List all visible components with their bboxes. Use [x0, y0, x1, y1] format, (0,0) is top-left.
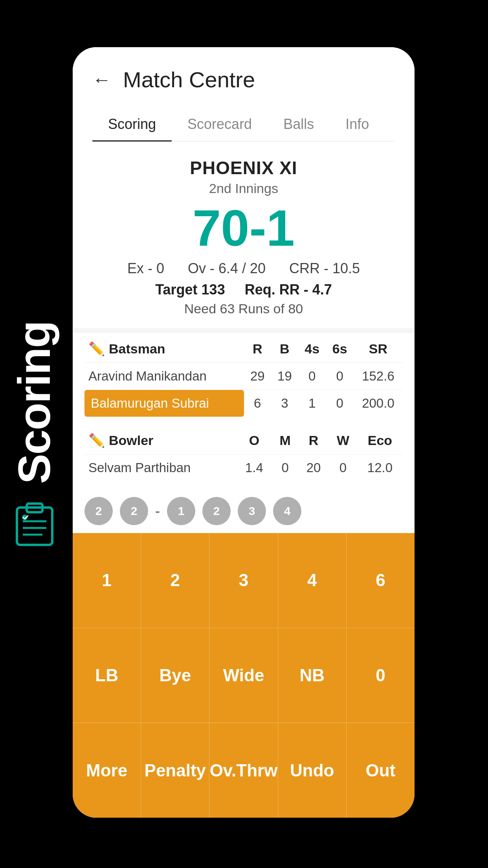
tab-scorecard[interactable]: Scorecard	[172, 108, 268, 142]
ball-2: 2	[120, 497, 148, 525]
scoring-pad: 1 2 3 4 6 LB Bye Wide NB 0 More Penalty …	[73, 533, 415, 818]
req-rr: Req. RR - 4.7	[245, 281, 332, 298]
batsman-sr: 152.6	[354, 363, 403, 390]
innings-label: 2nd Innings	[92, 181, 395, 196]
batsman-r: 6	[244, 390, 271, 417]
left-sidebar: Scoring	[0, 0, 69, 868]
need-info: Need 63 Runs of 80	[92, 301, 395, 316]
stats-section: ✏️ Batsman R B 4s 6s SR Aravind Manikand…	[73, 333, 415, 489]
bowler-o: 1.4	[237, 454, 272, 482]
bye-button[interactable]: Bye	[141, 628, 209, 723]
col-6s: 6s	[326, 333, 353, 363]
ball-4: 2	[202, 497, 231, 525]
batsmen-table: ✏️ Batsman R B 4s 6s SR Aravind Manikand…	[84, 333, 403, 417]
bowler-w: 0	[329, 454, 357, 482]
back-button[interactable]: ←	[92, 69, 111, 90]
bowler-col-header: Bowler	[109, 433, 153, 448]
ball-dot: -	[155, 503, 160, 519]
batsman-b: 3	[271, 390, 298, 417]
batsman-6s: 0	[326, 390, 353, 417]
score-6-button[interactable]: 6	[347, 533, 415, 628]
ball-3: 1	[167, 497, 195, 525]
score-3-button[interactable]: 3	[209, 533, 278, 628]
batsman-4s: 0	[298, 363, 326, 390]
col-sr: SR	[354, 333, 403, 363]
extras: Ex - 0	[127, 260, 164, 277]
clipboard-icon	[13, 500, 56, 547]
overs: Ov - 6.4 / 20	[188, 260, 266, 277]
ball-5: 3	[238, 497, 266, 525]
col-r: R	[244, 333, 271, 363]
phone-card: ← Match Centre Scoring Scorecard Balls I…	[73, 47, 415, 818]
bowler-eco: 12.0	[357, 454, 403, 482]
score-1-button[interactable]: 1	[73, 533, 141, 628]
batsman-name-highlight[interactable]: Balamurugan Subrai	[84, 390, 244, 417]
tab-scoring[interactable]: Scoring	[92, 108, 172, 142]
bowler-m: 0	[272, 454, 298, 482]
batsman-b: 19	[271, 363, 298, 390]
undo-button[interactable]: Undo	[278, 723, 347, 818]
nb-button[interactable]: NB	[278, 628, 347, 723]
score-2-button[interactable]: 2	[141, 533, 209, 628]
col-b: B	[271, 333, 298, 363]
lb-button[interactable]: LB	[73, 628, 141, 723]
edit-bowler-icon[interactable]: ✏️	[88, 432, 105, 448]
tab-balls[interactable]: Balls	[268, 108, 330, 142]
out-button[interactable]: Out	[347, 723, 415, 818]
bowler-r: 20	[298, 454, 329, 482]
pad-row-1: 1 2 3 4 6	[73, 533, 415, 628]
batsman-4s: 1	[298, 390, 326, 417]
penalty-button[interactable]: Penalty	[141, 723, 209, 818]
ov-thrw-button[interactable]: Ov.Thrw	[209, 723, 278, 818]
batsman-6s: 0	[326, 363, 353, 390]
bowler-name[interactable]: Selvam Parthiban	[84, 454, 237, 482]
page-title: Match Centre	[123, 67, 255, 92]
pad-row-2: LB Bye Wide NB 0	[73, 628, 415, 723]
score-section: PHOENIX XI 2nd Innings 70-1 Ex - 0 Ov - …	[73, 142, 415, 328]
tab-info[interactable]: Info	[330, 108, 385, 142]
pad-row-3: More Penalty Ov.Thrw Undo Out	[73, 723, 415, 818]
batsman-sr: 200.0	[354, 390, 403, 417]
ball-1: 2	[84, 497, 113, 525]
main-score: 70-1	[92, 200, 395, 256]
table-row-highlighted: Balamurugan Subrai 6 3 1 0 200.0	[84, 390, 403, 417]
score-4-button[interactable]: 4	[278, 533, 347, 628]
tab-bar: Scoring Scorecard Balls Info	[92, 108, 395, 142]
bowler-table: ✏️ Bowler O M R W Eco Selvam Parthiban 1…	[84, 425, 403, 481]
more-button[interactable]: More	[73, 723, 141, 818]
batsman-r: 29	[244, 363, 271, 390]
header: ← Match Centre Scoring Scorecard Balls I…	[73, 47, 415, 142]
scoring-label: Scoring	[12, 321, 57, 484]
team-name: PHOENIX XI	[92, 157, 395, 178]
crr: CRR - 10.5	[289, 260, 360, 277]
table-row: Selvam Parthiban 1.4 0 20 0 12.0	[84, 454, 403, 482]
batsman-name[interactable]: Aravind Manikandan	[84, 363, 244, 390]
score-0-button[interactable]: 0	[347, 628, 415, 723]
target: Target 133	[155, 281, 225, 298]
edit-batsman-icon[interactable]: ✏️	[88, 341, 105, 357]
col-4s: 4s	[298, 333, 326, 363]
batsman-col-header: Batsman	[109, 341, 165, 357]
wide-button[interactable]: Wide	[209, 628, 278, 723]
table-row: Aravind Manikandan 29 19 0 0 152.6	[84, 363, 403, 390]
ball-6: 4	[273, 497, 301, 525]
col-o: O	[237, 425, 272, 454]
col-r: R	[298, 425, 329, 454]
col-m: M	[272, 425, 298, 454]
col-eco: Eco	[357, 425, 403, 454]
col-w: W	[329, 425, 357, 454]
ball-history: 2 2 - 1 2 3 4	[73, 489, 415, 533]
